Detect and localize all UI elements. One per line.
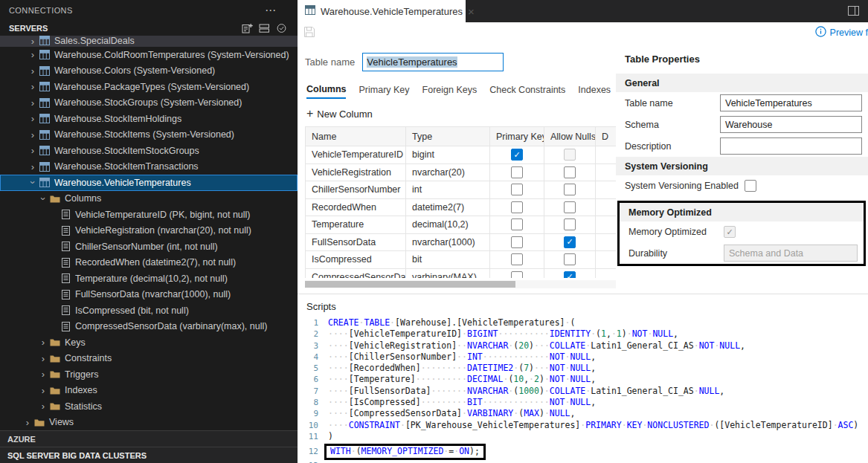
new-connection-icon[interactable] bbox=[239, 22, 254, 35]
chevron-right-icon[interactable]: › bbox=[22, 418, 33, 427]
column-row-compressedsensordata[interactable]: CompressedSensorDatavarbinary(MAX)✓✓ bbox=[306, 269, 616, 279]
primary-key-checkbox[interactable]: ✓ bbox=[511, 253, 523, 265]
chevron-right-icon[interactable]: › bbox=[27, 98, 39, 108]
chevron-right-icon[interactable]: › bbox=[37, 386, 49, 395]
chevron-down-icon[interactable]: › bbox=[39, 192, 48, 204]
property-input-schema[interactable]: Warehouse bbox=[720, 116, 862, 133]
allow-nulls-checkbox[interactable]: ✓ bbox=[564, 271, 576, 278]
tree-item-triggers[interactable]: ›Triggers bbox=[0, 366, 298, 383]
tree-item-warehouse-coldroomtemperatures-system-versioned[interactable]: ›Warehouse.ColdRoomTemperatures (System-… bbox=[0, 47, 298, 63]
show-active-connections-icon[interactable] bbox=[274, 22, 289, 35]
column-type-cell[interactable]: nvarchar(1000) bbox=[406, 234, 490, 251]
designer-tab-columns[interactable]: Columns bbox=[306, 81, 346, 99]
column-type-cell[interactable]: int bbox=[406, 181, 490, 198]
tree-item-warehouse-packagetypes-system-versioned[interactable]: ›Warehouse.PackageTypes (System-Versione… bbox=[0, 79, 298, 95]
extra-cell[interactable] bbox=[596, 181, 616, 198]
extra-cell[interactable] bbox=[596, 199, 616, 216]
column-name-cell[interactable]: IsCompressed bbox=[306, 251, 406, 268]
column-name-cell[interactable]: Temperature bbox=[306, 216, 406, 233]
allow-nulls-checkbox[interactable]: ✓ bbox=[564, 149, 576, 161]
primary-key-checkbox[interactable]: ✓ bbox=[511, 149, 523, 161]
chevron-right-icon[interactable]: › bbox=[27, 146, 39, 155]
allow-nulls-checkbox[interactable]: ✓ bbox=[564, 184, 576, 195]
tree-item-warehouse-stockitemtransactions[interactable]: ›Warehouse.StockItemTransactions bbox=[0, 159, 298, 175]
column-type-cell[interactable]: nvarchar(20) bbox=[406, 164, 490, 181]
memory-optimized-checkbox[interactable]: ✓ bbox=[724, 226, 736, 238]
designer-tab-primary-key[interactable]: Primary Key bbox=[359, 81, 409, 99]
chevron-right-icon[interactable]: › bbox=[37, 337, 49, 347]
tree-item-vehicleregistration-nvarchar-20-not-null[interactable]: VehicleRegistration (nvarchar(20), not n… bbox=[0, 223, 298, 239]
tree-item-vehicletemperatureid-pk-bigint-not-null[interactable]: VehicleTemperatureID (PK, bigint, not nu… bbox=[0, 207, 298, 223]
tree-item-keys[interactable]: ›Keys bbox=[0, 334, 298, 351]
column-type-cell[interactable]: varbinary(MAX) bbox=[406, 269, 490, 279]
tree-item-compressedsensordata-varbinary-max-null[interactable]: CompressedSensorData (varbinary(max), nu… bbox=[0, 319, 298, 335]
sql-script[interactable]: 1CREATE·TABLE·[Warehouse].[VehicleTemper… bbox=[298, 317, 868, 463]
column-row-fullsensordata[interactable]: FullSensorDatanvarchar(1000)✓✓ bbox=[306, 234, 616, 252]
big-data-clusters-section-header[interactable]: SQL SERVER BIG DATA CLUSTERS bbox=[0, 447, 298, 463]
column-type-cell[interactable]: datetime2(7) bbox=[406, 199, 490, 216]
extra-cell[interactable] bbox=[596, 269, 616, 279]
column-row-recordedwhen[interactable]: RecordedWhendatetime2(7)✓✓ bbox=[306, 199, 616, 217]
more-actions-icon[interactable]: ⋯ bbox=[265, 4, 277, 17]
column-name-cell[interactable]: VehicleRegistration bbox=[306, 164, 406, 181]
primary-key-checkbox[interactable]: ✓ bbox=[511, 236, 523, 248]
allow-nulls-checkbox[interactable]: ✓ bbox=[564, 218, 576, 230]
tree-item-constraints[interactable]: ›Constraints bbox=[0, 351, 298, 367]
designer-tab-indexes[interactable]: Indexes bbox=[578, 81, 611, 99]
column-row-iscompressed[interactable]: IsCompressedbit✓✓ bbox=[306, 251, 616, 269]
chevron-right-icon[interactable]: › bbox=[37, 369, 49, 379]
column-row-chillersensornumber[interactable]: ChillerSensorNumberint✓✓ bbox=[306, 181, 616, 199]
tree-item-views[interactable]: ›Views bbox=[0, 415, 298, 431]
table-name-input[interactable]: VehicleTemperatures bbox=[362, 53, 504, 71]
azure-section-header[interactable]: AZURE bbox=[0, 430, 298, 447]
tree-item-fullsensordata-nvarchar-1000-null[interactable]: FullSensorData (nvarchar(1000), null) bbox=[0, 287, 298, 303]
chevron-right-icon[interactable]: › bbox=[27, 130, 39, 140]
extra-cell[interactable] bbox=[596, 216, 616, 233]
chevron-right-icon[interactable]: › bbox=[27, 50, 39, 59]
property-input-description[interactable] bbox=[720, 137, 862, 155]
chevron-right-icon[interactable]: › bbox=[27, 162, 39, 172]
tree-item-sales-specialdeals[interactable]: ›Sales.SpecialDeals bbox=[0, 36, 298, 47]
chevron-right-icon[interactable]: › bbox=[37, 354, 49, 363]
extra-cell[interactable] bbox=[596, 234, 616, 251]
primary-key-checkbox[interactable]: ✓ bbox=[511, 166, 523, 178]
property-input-table-name[interactable]: VehicleTemperatures bbox=[720, 94, 862, 111]
primary-key-checkbox[interactable]: ✓ bbox=[511, 201, 523, 213]
column-type-cell[interactable]: bit bbox=[406, 251, 490, 268]
allow-nulls-checkbox[interactable]: ✓ bbox=[564, 201, 576, 213]
close-icon[interactable]: × bbox=[468, 6, 475, 17]
scrollbar-thumb[interactable] bbox=[305, 281, 515, 288]
tree-item-chillersensornumber-int-not-null[interactable]: ChillerSensorNumber (int, not null) bbox=[0, 239, 298, 255]
durability-input[interactable]: Schema and Data bbox=[724, 245, 858, 262]
tree-item-statistics[interactable]: ›Statistics bbox=[0, 398, 298, 415]
tree-item-warehouse-stockitems-system-versioned[interactable]: ›Warehouse.StockItems (System-Versioned) bbox=[0, 127, 298, 143]
new-server-group-icon[interactable] bbox=[257, 22, 271, 35]
tree-item-indexes[interactable]: ›Indexes bbox=[0, 383, 298, 399]
designer-tab-check-constraints[interactable]: Check Constraints bbox=[489, 81, 565, 99]
chevron-right-icon[interactable]: › bbox=[27, 82, 39, 91]
column-name-cell[interactable]: RecordedWhen bbox=[306, 199, 406, 216]
tree-item-temperature-decimal-10-2-not-null[interactable]: Temperature (decimal(10,2), not null) bbox=[0, 271, 298, 287]
tree-item-warehouse-vehicletemperatures[interactable]: ›Warehouse.VehicleTemperatures bbox=[0, 175, 298, 191]
tree-item-iscompressed-bit-not-null[interactable]: IsCompressed (bit, not null) bbox=[0, 302, 298, 319]
primary-key-checkbox[interactable]: ✓ bbox=[511, 271, 523, 278]
tree-item-warehouse-stockgroups-system-versioned[interactable]: ›Warehouse.StockGroups (System-Versioned… bbox=[0, 95, 298, 111]
primary-key-checkbox[interactable]: ✓ bbox=[511, 184, 523, 195]
save-icon[interactable] bbox=[303, 26, 315, 40]
split-editor-icon[interactable] bbox=[848, 6, 859, 18]
column-name-cell[interactable]: VehicleTemperatureID bbox=[306, 146, 406, 163]
horizontal-scrollbar[interactable] bbox=[305, 280, 616, 288]
column-name-cell[interactable]: ChillerSensorNumber bbox=[306, 181, 406, 198]
preview-features-link[interactable]: Preview f bbox=[815, 22, 868, 43]
extra-cell[interactable] bbox=[596, 146, 616, 163]
system-versioning-checkbox[interactable]: ✓ bbox=[745, 180, 756, 192]
column-row-vehicletemperatureid[interactable]: VehicleTemperatureIDbigint✓✓ bbox=[306, 146, 616, 164]
extra-cell[interactable] bbox=[596, 251, 616, 268]
column-row-vehicleregistration[interactable]: VehicleRegistrationnvarchar(20)✓✓ bbox=[306, 164, 616, 182]
allow-nulls-checkbox[interactable]: ✓ bbox=[564, 253, 576, 265]
tree-item-warehouse-stockitemstockgroups[interactable]: ›Warehouse.StockItemStockGroups bbox=[0, 143, 298, 159]
column-row-temperature[interactable]: Temperaturedecimal(10,2)✓✓ bbox=[306, 216, 616, 234]
allow-nulls-checkbox[interactable]: ✓ bbox=[564, 236, 576, 248]
primary-key-checkbox[interactable]: ✓ bbox=[511, 218, 523, 230]
chevron-right-icon[interactable]: › bbox=[37, 401, 49, 411]
